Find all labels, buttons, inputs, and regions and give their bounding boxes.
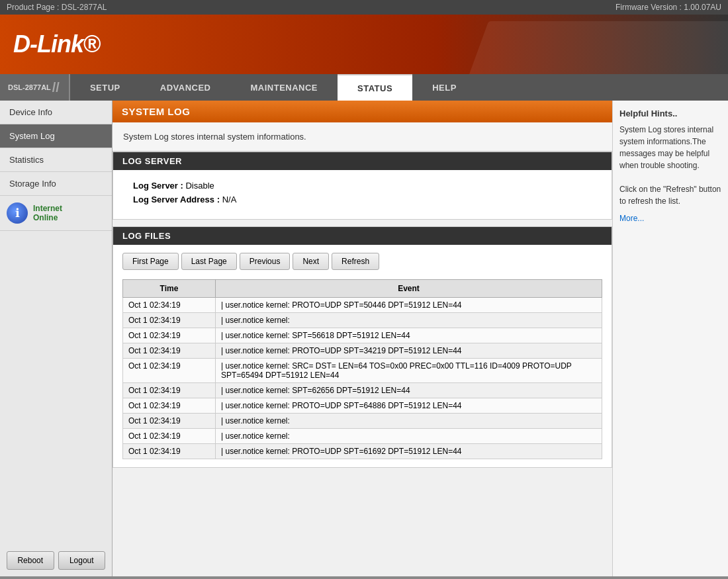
table-row: Oct 1 02:34:19| user.notice kernel: PROT… [123, 298, 602, 313]
nav-tabs: DSL-2877AL // SETUP ADVANCED MAINTENANCE… [0, 74, 728, 101]
tab-status[interactable]: STATUS [338, 74, 412, 101]
internet-status: ℹ Internet Online [0, 196, 112, 231]
more-link[interactable]: More... [619, 214, 644, 223]
sidebar-buttons: Reboot Logout [0, 545, 112, 576]
table-row: Oct 1 02:34:19| user.notice kernel: SPT=… [123, 383, 602, 398]
log-event: | user.notice kernel: [216, 414, 602, 429]
address-label: Log Server Address : [133, 195, 220, 204]
sidebar: Device Info System Log Statistics Storag… [0, 101, 113, 576]
log-time: Oct 1 02:34:19 [123, 429, 216, 444]
table-row: Oct 1 02:34:19| user.notice kernel: SRC=… [123, 359, 602, 383]
log-event: | user.notice kernel: PROTO=UDP SPT=6488… [216, 398, 602, 414]
log-time: Oct 1 02:34:19 [123, 414, 216, 429]
log-event: | user.notice kernel: SPT=56618 DPT=5191… [216, 328, 602, 343]
table-row: Oct 1 02:34:19| user.notice kernel: PROT… [123, 398, 602, 414]
internet-label: Internet [33, 204, 62, 213]
main-layout: Device Info System Log Statistics Storag… [0, 101, 728, 576]
col-time: Time [123, 280, 216, 298]
table-row: Oct 1 02:34:19| user.notice kernel: SPT=… [123, 328, 602, 343]
log-server-header: LOG SERVER [113, 152, 612, 170]
last-page-button[interactable]: Last Page [181, 253, 237, 270]
tab-help[interactable]: HELP [412, 74, 477, 101]
content-area: SYSTEM LOG System Log stores internal sy… [113, 101, 612, 576]
log-server-row-address: Log Server Address : N/A [133, 195, 592, 204]
log-event: | user.notice kernel: PROTO=UDP SPT=6169… [216, 444, 602, 459]
product-label: Product Page : DSL-2877AL [7, 3, 107, 12]
log-time: Oct 1 02:34:19 [123, 343, 216, 359]
hints-text: System Log stores internal system inform… [619, 124, 721, 207]
log-files-header: LOG FILES [113, 227, 612, 245]
reboot-button[interactable]: Reboot [7, 551, 54, 570]
sidebar-item-statistics[interactable]: Statistics [0, 148, 112, 172]
log-event: | user.notice kernel: [216, 429, 602, 444]
log-event: | user.notice kernel: PROTO=UDP SPT=5044… [216, 298, 602, 313]
next-button[interactable]: Next [293, 253, 329, 270]
slash-icon: // [52, 80, 60, 95]
table-row: Oct 1 02:34:19| user.notice kernel: [123, 414, 602, 429]
tab-setup[interactable]: SETUP [70, 74, 140, 101]
section-title: SYSTEM LOG [113, 101, 612, 122]
header: D-Link® [0, 15, 728, 74]
online-label: Online [33, 213, 62, 222]
sidebar-item-storage-info[interactable]: Storage Info [0, 172, 112, 196]
top-bar: Product Page : DSL-2877AL Firmware Versi… [0, 0, 728, 15]
refresh-button[interactable]: Refresh [332, 253, 379, 270]
table-row: Oct 1 02:34:19| user.notice kernel: [123, 313, 602, 328]
log-event: | user.notice kernel: SRC= DST= LEN=64 T… [216, 359, 602, 383]
sidebar-item-device-info[interactable]: Device Info [0, 101, 112, 124]
server-value: Disable [185, 181, 214, 191]
log-files-section: LOG FILES First Page Last Page Previous … [113, 226, 612, 468]
log-time: Oct 1 02:34:19 [123, 298, 216, 313]
log-time: Oct 1 02:34:19 [123, 444, 216, 459]
server-label: Log Server : [133, 181, 183, 191]
previous-button[interactable]: Previous [240, 253, 291, 270]
sidebar-item-system-log[interactable]: System Log [0, 124, 112, 148]
internet-status-text: Internet Online [33, 204, 62, 222]
log-event: | user.notice kernel: [216, 313, 602, 328]
log-event: | user.notice kernel: SPT=62656 DPT=5191… [216, 383, 602, 398]
table-row: Oct 1 02:34:19| user.notice kernel: PROT… [123, 444, 602, 459]
log-server-row-server: Log Server : Disable [133, 181, 592, 191]
log-table: Time Event Oct 1 02:34:19| user.notice k… [122, 279, 602, 459]
dlink-logo: D-Link® [13, 30, 101, 58]
right-panel: Helpful Hints.. System Log stores intern… [612, 101, 728, 576]
log-server-content: Log Server : Disable Log Server Address … [113, 170, 612, 219]
log-files-content: First Page Last Page Previous Next Refre… [113, 245, 612, 467]
log-time: Oct 1 02:34:19 [123, 313, 216, 328]
log-time: Oct 1 02:34:19 [123, 359, 216, 383]
log-time: Oct 1 02:34:19 [123, 383, 216, 398]
address-value: N/A [222, 195, 237, 204]
log-event: | user.notice kernel: PROTO=UDP SPT=3421… [216, 343, 602, 359]
logout-button[interactable]: Logout [58, 551, 106, 570]
internet-status-icon: ℹ [7, 202, 28, 224]
intro-text: System Log stores internal system inform… [113, 122, 612, 152]
table-row: Oct 1 02:34:19| user.notice kernel: PROT… [123, 343, 602, 359]
brand-label: DSL-2877AL [8, 83, 51, 91]
firmware-label: Firmware Version : 1.00.07AU [615, 3, 721, 12]
tab-maintenance[interactable]: MAINTENANCE [230, 74, 338, 101]
tab-advanced[interactable]: ADVANCED [140, 74, 231, 101]
hints-title: Helpful Hints.. [619, 109, 721, 118]
pagination: First Page Last Page Previous Next Refre… [122, 253, 602, 270]
log-time: Oct 1 02:34:19 [123, 398, 216, 414]
log-server-section: LOG SERVER Log Server : Disable Log Serv… [113, 152, 612, 220]
first-page-button[interactable]: First Page [122, 253, 179, 270]
table-row: Oct 1 02:34:19| user.notice kernel: [123, 429, 602, 444]
log-time: Oct 1 02:34:19 [123, 328, 216, 343]
nav-brand: DSL-2877AL // [0, 74, 70, 101]
col-event: Event [216, 280, 602, 298]
